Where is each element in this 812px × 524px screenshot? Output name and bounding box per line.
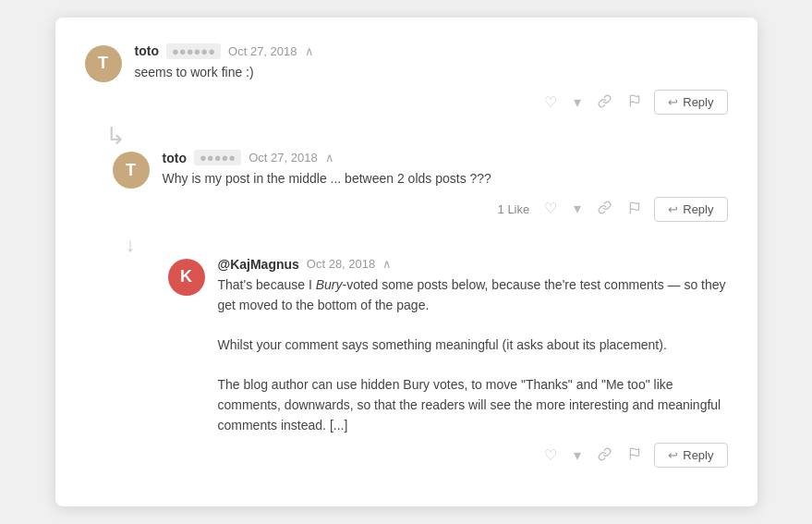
like-count: 1 Like: [498, 202, 530, 216]
link-icon[interactable]: [594, 199, 615, 219]
avatar: T: [85, 45, 122, 82]
flag-icon[interactable]: [624, 445, 645, 465]
reply-icon: ↩: [668, 202, 678, 216]
flag-icon[interactable]: [624, 200, 645, 219]
comment-text: That's because I Bury-voted some posts b…: [218, 275, 728, 436]
avatar: T: [113, 152, 150, 189]
comment-author: toto: [163, 151, 187, 165]
comment-meta: @KajMagnus Oct 28, 2018 ∧: [218, 257, 728, 272]
comment-3: K @KajMagnus Oct 28, 2018 ∧ That's becau…: [168, 257, 728, 478]
action-row: 1 Like ♡ ▾ ↩ Reply: [163, 197, 728, 222]
text-prefix: That's because I: [218, 277, 316, 292]
comment-body: @KajMagnus Oct 28, 2018 ∧ That's because…: [218, 257, 728, 478]
comment-meta: toto ●●●●●● Oct 27, 2018 ∧: [135, 43, 728, 59]
comment-username: ●●●●●: [194, 150, 241, 165]
italic-word: Bury: [316, 277, 343, 292]
comment-text: seems to work fine :): [135, 63, 728, 83]
comment-username: ●●●●●●: [166, 43, 221, 59]
comment-body: toto ●●●●● Oct 27, 2018 ∧ Why is my post…: [163, 150, 728, 231]
flag-icon[interactable]: [624, 92, 645, 112]
reply-button-3[interactable]: ↩ Reply: [654, 443, 727, 468]
reply-icon: ↩: [668, 448, 678, 462]
reply-icon: ↩: [668, 95, 678, 109]
reply-button-2[interactable]: ↩ Reply: [654, 197, 727, 222]
comment-body: toto ●●●●●● Oct 27, 2018 ∧ seems to work…: [135, 43, 728, 125]
comment-date: Oct 27, 2018: [228, 44, 297, 58]
caret-icon[interactable]: ∧: [305, 44, 314, 58]
comment-date: Oct 27, 2018: [248, 151, 317, 165]
link-icon[interactable]: [594, 445, 615, 466]
comment-meta: toto ●●●●● Oct 27, 2018 ∧: [163, 150, 728, 165]
heart-icon[interactable]: ♡: [540, 200, 561, 218]
action-row: ♡ ▾ ↩ Reply: [135, 90, 728, 115]
comment-2: T toto ●●●●● Oct 27, 2018 ∧ Why is my po…: [113, 150, 728, 231]
action-row: ♡ ▾ ↩ Reply: [218, 443, 728, 468]
text-part-2: Whilst your comment says something meani…: [218, 337, 667, 352]
nested-reply-area: ↲ T toto ●●●●● Oct 27, 2018 ∧ Why is my …: [113, 128, 728, 477]
comment-author: @KajMagnus: [218, 257, 299, 272]
link-icon[interactable]: [594, 92, 615, 113]
caret-icon[interactable]: ∧: [325, 151, 334, 165]
deep-nested-area: K @KajMagnus Oct 28, 2018 ∧ That's becau…: [168, 257, 728, 478]
down-vote-icon[interactable]: ▾: [570, 200, 585, 218]
comments-card: T toto ●●●●●● Oct 27, 2018 ∧ seems to wo…: [55, 18, 757, 507]
comment-1: T toto ●●●●●● Oct 27, 2018 ∧ seems to wo…: [85, 43, 728, 125]
avatar: K: [168, 259, 205, 296]
comment-text: Why is my post in the middle ... between…: [163, 169, 728, 189]
text-part-3: The blog author can use hidden Bury vote…: [218, 377, 721, 432]
comment-date: Oct 28, 2018: [307, 257, 375, 271]
down-vote-icon[interactable]: ▾: [570, 93, 585, 112]
down-vote-icon[interactable]: ▾: [570, 446, 585, 465]
caret-icon[interactable]: ∧: [382, 257, 392, 271]
reply-button-1[interactable]: ↩ Reply: [654, 90, 727, 115]
heart-icon[interactable]: ♡: [540, 93, 561, 112]
comment-author: toto: [135, 43, 159, 58]
heart-icon[interactable]: ♡: [540, 446, 561, 465]
